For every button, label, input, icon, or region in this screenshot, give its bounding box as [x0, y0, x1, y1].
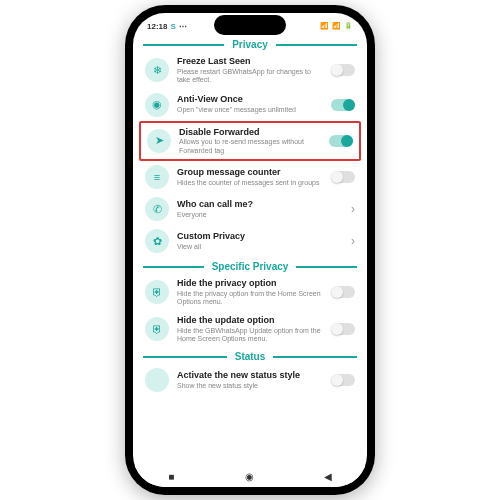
- nav-home[interactable]: ◉: [245, 471, 254, 482]
- item-subtitle: View all: [177, 243, 343, 251]
- item-icon: ≡: [145, 165, 169, 189]
- section-header: Specific Privacy: [133, 261, 367, 272]
- item-icon: ◉: [145, 93, 169, 117]
- status-time: 12:18: [147, 22, 167, 31]
- item-title: Disable Forwarded: [179, 127, 321, 138]
- toggle-switch[interactable]: [331, 374, 355, 386]
- item-subtitle: Please restart GBWhatsApp for changes to…: [177, 68, 323, 85]
- item-title: Hide the update option: [177, 315, 323, 326]
- section-header: Status: [133, 351, 367, 362]
- item-icon: ✆: [145, 197, 169, 221]
- item-title: Anti-View Once: [177, 94, 323, 105]
- toggle-switch[interactable]: [331, 286, 355, 298]
- status-indicator: S: [170, 22, 175, 31]
- item-icon: [145, 368, 169, 392]
- item-subtitle: Allows you to re-send messages without F…: [179, 138, 321, 155]
- item-text: Group message counter Hides the counter …: [177, 167, 323, 187]
- item-title: Group message counter: [177, 167, 323, 178]
- item-text: Freeze Last Seen Please restart GBWhatsA…: [177, 56, 323, 85]
- chevron-right-icon: ›: [351, 202, 355, 216]
- section-title: Privacy: [224, 39, 276, 50]
- chevron-right-icon: ›: [351, 234, 355, 248]
- toggle-switch[interactable]: [331, 323, 355, 335]
- toggle-switch[interactable]: [331, 99, 355, 111]
- settings-content: Privacy ❄ Freeze Last Seen Please restar…: [133, 35, 367, 465]
- settings-item[interactable]: ❄ Freeze Last Seen Please restart GBWhat…: [133, 52, 367, 89]
- section-title: Specific Privacy: [204, 261, 297, 272]
- settings-item[interactable]: ⛨ Hide the privacy option Hide the priva…: [133, 274, 367, 311]
- item-icon: ⛨: [145, 280, 169, 304]
- item-text: Hide the privacy option Hide the privacy…: [177, 278, 323, 307]
- toggle-switch[interactable]: [329, 135, 353, 147]
- settings-item[interactable]: ➤ Disable Forwarded Allows you to re-sen…: [139, 121, 361, 162]
- item-icon: ➤: [147, 129, 171, 153]
- nav-back[interactable]: ◀: [324, 471, 332, 482]
- settings-item[interactable]: ⛨ Hide the update option Hide the GBWhat…: [133, 311, 367, 348]
- item-title: Hide the privacy option: [177, 278, 323, 289]
- settings-item[interactable]: ✆ Who can call me? Everyone ›: [133, 193, 367, 225]
- item-icon: ✿: [145, 229, 169, 253]
- item-text: Custom Privacy View all: [177, 231, 343, 251]
- item-text: Hide the update option Hide the GBWhatsA…: [177, 315, 323, 344]
- item-text: Activate the new status style Show the n…: [177, 370, 323, 390]
- item-icon: ⛨: [145, 317, 169, 341]
- toggle-switch[interactable]: [331, 171, 355, 183]
- item-text: Who can call me? Everyone: [177, 199, 343, 219]
- section-header: Privacy: [133, 39, 367, 50]
- item-title: Activate the new status style: [177, 370, 323, 381]
- item-text: Anti-View Once Open "view once" messages…: [177, 94, 323, 114]
- item-subtitle: Hide the privacy option from the Home Sc…: [177, 290, 323, 307]
- section-title: Status: [227, 351, 274, 362]
- item-title: Freeze Last Seen: [177, 56, 323, 67]
- settings-item[interactable]: ◉ Anti-View Once Open "view once" messag…: [133, 89, 367, 121]
- item-title: Custom Privacy: [177, 231, 343, 242]
- settings-item[interactable]: ≡ Group message counter Hides the counte…: [133, 161, 367, 193]
- item-title: Who can call me?: [177, 199, 343, 210]
- toggle-switch[interactable]: [331, 64, 355, 76]
- item-subtitle: Hides the counter of messages sent in gr…: [177, 179, 323, 187]
- item-subtitle: Show the new status style: [177, 382, 323, 390]
- screen: 12:18 S ⋯ 📶 📶 🔋 Privacy ❄ Freeze Last Se…: [133, 13, 367, 487]
- wifi-icon: 📶: [320, 22, 329, 30]
- notch: [214, 15, 286, 35]
- battery-icon: 🔋: [344, 22, 353, 30]
- item-subtitle: Hide the GBWhatsApp Update option from t…: [177, 327, 323, 344]
- signal-icon: 📶: [332, 22, 341, 30]
- status-dots: ⋯: [179, 22, 188, 31]
- item-text: Disable Forwarded Allows you to re-send …: [179, 127, 321, 156]
- phone-frame: 12:18 S ⋯ 📶 📶 🔋 Privacy ❄ Freeze Last Se…: [125, 5, 375, 495]
- item-icon: ❄: [145, 58, 169, 82]
- item-subtitle: Open "view once" messages unlimited: [177, 106, 323, 114]
- settings-item[interactable]: Activate the new status style Show the n…: [133, 364, 367, 396]
- settings-item[interactable]: ✿ Custom Privacy View all ›: [133, 225, 367, 257]
- item-subtitle: Everyone: [177, 211, 343, 219]
- nav-recent[interactable]: ■: [168, 471, 174, 482]
- android-nav-bar: ■ ◉ ◀: [133, 465, 367, 487]
